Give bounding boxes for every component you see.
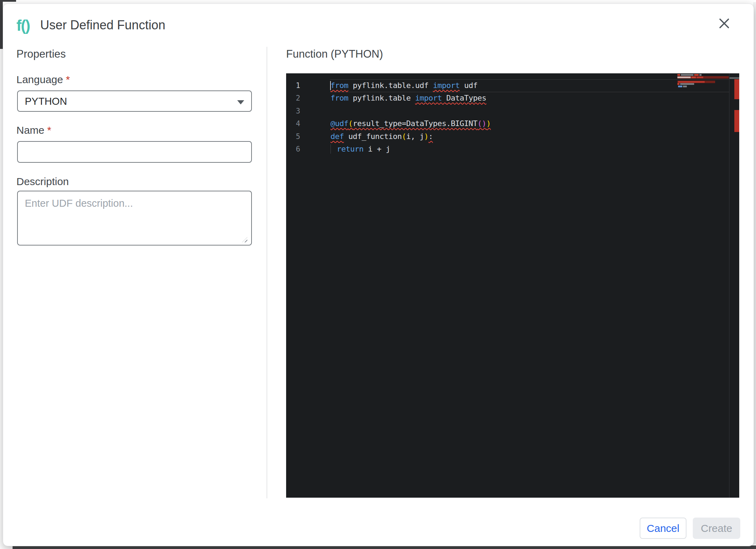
minimap-row <box>677 76 729 78</box>
line-number: 6 <box>286 143 300 155</box>
name-label-text: Name <box>16 124 44 136</box>
code-token: ) <box>482 119 486 128</box>
description-label: Description <box>16 176 69 188</box>
code-line: from pyflink.table import DataTypes <box>330 92 486 104</box>
language-label: Language* <box>16 74 70 86</box>
minimap-row <box>677 81 729 83</box>
overview-ruler-error-mark <box>734 110 739 132</box>
code-token: : <box>428 132 433 141</box>
code-token <box>344 132 348 141</box>
minimap-segment <box>699 74 702 76</box>
function-icon: f() <box>16 17 30 34</box>
code-editor[interactable]: 123456 from pyflink.table.udf import udf… <box>286 73 739 498</box>
code-token: i, j <box>406 132 424 141</box>
minimap-segment <box>697 76 703 78</box>
code-token <box>442 94 446 102</box>
close-icon <box>718 17 730 29</box>
code-line: return i + j <box>330 143 390 155</box>
name-label: Name* <box>16 124 51 136</box>
editor-minimap[interactable] <box>677 74 729 95</box>
minimap-segment <box>678 86 682 87</box>
close-button[interactable] <box>715 14 733 32</box>
page: f() User Defined Function Properties Lan… <box>0 0 756 549</box>
minimap-separator <box>729 73 729 498</box>
minimap-row <box>677 74 729 76</box>
name-input[interactable] <box>17 141 252 163</box>
code-token: import <box>415 94 442 102</box>
minimap-row <box>677 86 729 87</box>
code-token <box>348 81 353 90</box>
code-token: import <box>433 81 459 90</box>
code-token: result_type=DataTypes.BIGINT <box>353 119 478 128</box>
minimap-slider[interactable] <box>729 77 739 79</box>
code-token: DataTypes <box>446 94 486 102</box>
minimap-segment <box>677 76 691 78</box>
minimap-segment <box>680 83 694 85</box>
minimap-row <box>677 79 729 80</box>
code-token: ( <box>478 119 482 128</box>
function-section-title: Function (PYTHON) <box>286 48 383 60</box>
code-line: def udf_function(i, j): <box>330 130 433 143</box>
code-token: def <box>330 132 344 141</box>
minimap-segment <box>683 86 687 87</box>
code-token: ) <box>486 119 491 128</box>
language-select[interactable]: PYTHON <box>17 90 252 112</box>
line-number: 2 <box>286 92 300 104</box>
code-token: udf <box>464 81 477 90</box>
code-token: pyflink.table <box>353 94 411 102</box>
line-number: 4 <box>286 117 300 130</box>
code-token: from <box>330 81 348 90</box>
code-token: @udf <box>330 119 348 128</box>
overview-ruler-error-mark <box>734 79 739 99</box>
language-select-value: PYTHON <box>25 96 67 107</box>
language-label-text: Language <box>16 74 63 85</box>
minimap-segment <box>681 74 693 76</box>
create-button[interactable]: Create <box>693 518 740 539</box>
code-token: from <box>330 94 348 102</box>
language-required-marker: * <box>66 74 70 85</box>
code-token: ) <box>424 132 429 141</box>
code-token: pyflink.table.udf <box>353 81 429 90</box>
backdrop-top-edge <box>0 0 16 2</box>
line-number: 5 <box>286 130 300 143</box>
minimap-row <box>677 83 729 85</box>
description-textarea[interactable] <box>17 191 252 246</box>
code-line: from pyflink.table.udf import udf <box>330 79 478 92</box>
name-required-marker: * <box>47 124 51 136</box>
panel-divider <box>267 47 267 498</box>
backdrop-left-edge <box>0 0 3 49</box>
minimap-segment <box>691 76 696 78</box>
code-token: ( <box>402 132 406 141</box>
properties-section-title: Properties <box>16 48 66 60</box>
code-token <box>428 81 433 90</box>
code-token: return <box>337 145 363 153</box>
code-token <box>348 94 353 102</box>
code-line: @udf(result_type=DataTypes.BIGINT()) <box>330 117 491 130</box>
minimap-segment <box>678 81 705 83</box>
code-token: i + j <box>363 145 390 153</box>
minimap-segment <box>694 74 699 76</box>
udf-modal: f() User Defined Function Properties Lan… <box>3 3 754 546</box>
indent-guide <box>330 144 337 154</box>
code-token: udf_function <box>348 132 402 141</box>
code-token <box>410 94 415 102</box>
minimap-segment <box>677 74 680 76</box>
code-token <box>460 81 464 90</box>
line-number: 1 <box>286 79 300 92</box>
cancel-button[interactable]: Cancel <box>640 518 686 539</box>
chevron-down-icon <box>237 100 244 104</box>
line-number: 3 <box>286 105 300 117</box>
code-token: ( <box>348 119 353 128</box>
modal-title: User Defined Function <box>40 16 165 34</box>
